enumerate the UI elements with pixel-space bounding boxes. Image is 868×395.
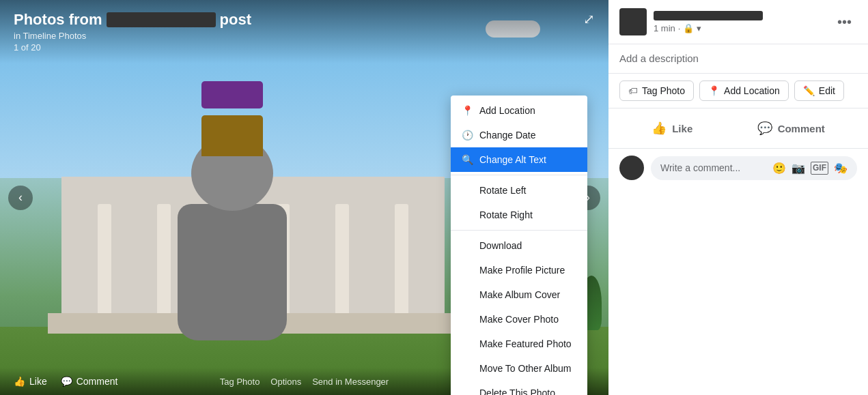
like-button[interactable]: 👍 Like: [14, 376, 47, 387]
menu-item-make-album-cover[interactable]: Make Album Cover: [451, 282, 587, 307]
comment-icon: 💬: [61, 376, 72, 387]
menu-item-move-album[interactable]: Move To Other Album: [451, 356, 587, 381]
edit-label: Edit: [819, 85, 835, 96]
menu-label-make-profile: Make Profile Picture: [479, 265, 565, 276]
column: [157, 204, 171, 327]
privacy-icon: 🔒: [683, 23, 694, 33]
menu-label-change-alt-text: Change Alt Text: [479, 154, 546, 165]
comment-bubble-icon: 💬: [757, 121, 772, 136]
location-btn-icon: 📍: [708, 85, 720, 96]
bear-head: [191, 136, 273, 211]
bear-hat-top: [201, 81, 263, 108]
username-redacted-right: [654, 11, 763, 20]
like-reaction-label: Like: [672, 123, 692, 134]
add-location-button[interactable]: 📍 Add Location: [699, 81, 789, 101]
menu-item-make-profile[interactable]: Make Profile Picture: [451, 258, 587, 282]
location-icon: 📍: [462, 105, 473, 116]
menu-label-move-album: Move To Other Album: [479, 363, 571, 374]
gif-icon[interactable]: GIF: [811, 162, 828, 175]
thumbs-up-icon: 👍: [652, 121, 667, 136]
mascot: [171, 136, 294, 340]
comment-reaction-button[interactable]: 💬 Comment: [744, 117, 839, 140]
header-name-area: 1 min · 🔒 ▾: [654, 11, 825, 33]
column: [335, 204, 349, 327]
clock-icon: 🕐: [462, 130, 473, 141]
username-redacted: [107, 12, 216, 27]
bear-hat: [201, 115, 263, 156]
comment-area: Write a comment... 🙂 📷 GIF 🎭: [608, 149, 868, 187]
menu-item-download[interactable]: Download: [451, 233, 587, 258]
menu-label-make-album-cover: Make Album Cover: [479, 289, 560, 300]
edit-icon: ✏️: [803, 85, 815, 96]
menu-label-make-cover-photo: Make Cover Photo: [479, 314, 559, 325]
photo-panel: Photos from post in Timeline Photos 1 of…: [0, 0, 608, 395]
comment-placeholder: Write a comment...: [660, 162, 740, 173]
post-meta: 1 min · 🔒 ▾: [654, 23, 825, 33]
options-dropdown: 📍 Add Location 🕐 Change Date 🔍 Change Al…: [451, 96, 587, 395]
menu-label-rotate-left: Rotate Left: [479, 185, 527, 196]
tag-photo-button[interactable]: 🏷 Tag Photo: [619, 81, 694, 101]
search-icon: 🔍: [462, 154, 473, 165]
photo-subtitle: in Timeline Photos: [14, 31, 595, 41]
menu-item-delete[interactable]: Delete This Photo: [451, 381, 587, 395]
photo-icon[interactable]: 📷: [792, 162, 805, 175]
comment-label: Comment: [76, 376, 118, 387]
comment-input[interactable]: Write a comment... 🙂 📷 GIF 🎭: [651, 156, 857, 180]
commenter-avatar: [619, 156, 644, 180]
photo-header: Photos from post in Timeline Photos 1 of…: [0, 0, 608, 63]
tag-icon: 🏷: [628, 85, 638, 96]
menu-label-rotate-right: Rotate Right: [479, 209, 533, 220]
options-link[interactable]: Options: [270, 377, 301, 387]
add-location-label: Add Location: [724, 85, 780, 96]
right-header: 1 min · 🔒 ▾ •••: [608, 0, 868, 44]
description-area: Add a description: [608, 44, 868, 74]
menu-label-delete: Delete This Photo: [479, 387, 555, 395]
bear-body: [178, 204, 287, 340]
menu-item-change-alt-text[interactable]: 🔍 Change Alt Text: [451, 147, 587, 172]
comment-input-icons: 🙂 📷 GIF 🎭: [772, 162, 848, 175]
dot-separator: ·: [678, 23, 681, 33]
comment-reaction-label: Comment: [778, 123, 825, 134]
menu-item-add-location[interactable]: 📍 Add Location: [451, 98, 587, 123]
avatar: [619, 8, 647, 35]
title-prefix: Photos from: [14, 11, 102, 29]
like-reaction-button[interactable]: 👍 Like: [638, 117, 706, 140]
privacy-dropdown-icon[interactable]: ▾: [697, 23, 701, 33]
title-suffix: post: [220, 11, 251, 29]
send-messenger-link[interactable]: Send in Messenger: [312, 377, 389, 387]
comment-button[interactable]: 💬 Comment: [61, 376, 118, 387]
bottom-center-links: Tag Photo Options Send in Messenger: [220, 377, 389, 387]
menu-item-make-cover-photo[interactable]: Make Cover Photo: [451, 307, 587, 332]
add-description-link[interactable]: Add a description: [619, 53, 699, 64]
like-label: Like: [29, 376, 47, 387]
menu-item-rotate-right[interactable]: Rotate Right: [451, 203, 587, 227]
menu-divider-1: [451, 175, 587, 175]
photo-title: Photos from post: [14, 11, 595, 29]
menu-label-change-date: Change Date: [479, 130, 536, 141]
menu-label-add-location: Add Location: [479, 105, 535, 116]
right-panel: 1 min · 🔒 ▾ ••• Add a description 🏷 Tag …: [608, 0, 868, 395]
reactions-bar: 👍 Like 💬 Comment: [608, 108, 868, 149]
tag-photo-label: Tag Photo: [642, 85, 685, 96]
photo-counter: 1 of 20: [14, 42, 595, 53]
column: [98, 204, 111, 327]
tag-photo-link[interactable]: Tag Photo: [220, 377, 260, 387]
post-time: 1 min: [654, 23, 675, 33]
more-options-button[interactable]: •••: [832, 12, 857, 33]
menu-label-download: Download: [479, 240, 522, 251]
nav-left-arrow[interactable]: ‹: [8, 186, 33, 210]
column: [395, 204, 408, 327]
menu-label-make-featured: Make Featured Photo: [479, 338, 572, 349]
sticker-icon[interactable]: 🎭: [834, 162, 848, 175]
menu-item-change-date[interactable]: 🕐 Change Date: [451, 123, 587, 147]
menu-item-make-featured[interactable]: Make Featured Photo: [451, 332, 587, 356]
emoji-icon[interactable]: 🙂: [772, 162, 786, 175]
menu-divider-2: [451, 230, 587, 231]
action-buttons-bar: 🏷 Tag Photo 📍 Add Location ✏️ Edit: [608, 74, 868, 108]
menu-item-rotate-left[interactable]: Rotate Left: [451, 178, 587, 203]
like-icon: 👍: [14, 376, 25, 387]
expand-button[interactable]: ⤢: [583, 11, 595, 27]
edit-button[interactable]: ✏️ Edit: [794, 81, 844, 101]
